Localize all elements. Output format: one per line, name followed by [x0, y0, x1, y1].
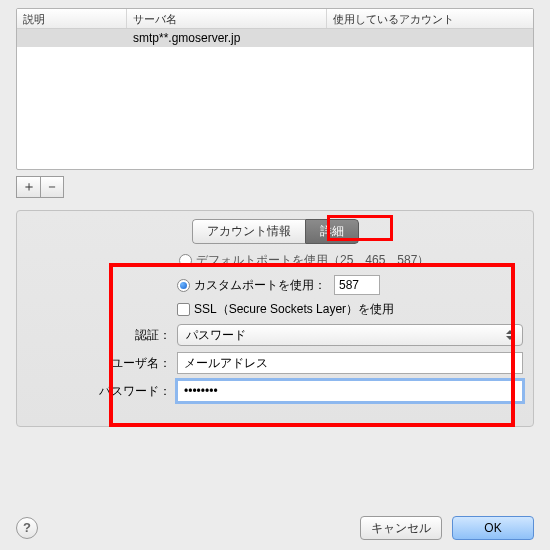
add-button[interactable]: ＋ [16, 176, 40, 198]
help-button[interactable]: ? [16, 517, 38, 539]
tab-group: アカウント情報 詳細 [27, 219, 523, 244]
radio-custom-port[interactable] [177, 279, 190, 292]
label-default-port: デフォルトポートを使用（25、465、587） [196, 252, 429, 269]
cell-server: smtp**.gmoserver.jp [127, 29, 327, 47]
table-row[interactable]: smtp**.gmoserver.jp [17, 29, 533, 47]
label-auth: 認証： [27, 327, 177, 344]
footer: ? キャンセル OK [16, 516, 534, 540]
label-ssl: SSL（Secure Sockets Layer）を使用 [194, 301, 394, 318]
cell-description [17, 29, 127, 47]
settings-panel: アカウント情報 詳細 デフォルトポートを使用（25、465、587） カスタムポ… [16, 210, 534, 427]
tab-advanced[interactable]: 詳細 [305, 219, 359, 244]
cancel-button[interactable]: キャンセル [360, 516, 442, 540]
table-header: 説明 サーバ名 使用しているアカウント [17, 9, 533, 29]
tab-account-info[interactable]: アカウント情報 [192, 219, 305, 244]
password-input[interactable] [177, 380, 523, 402]
label-password: パスワード： [27, 383, 177, 400]
radio-default-port[interactable] [179, 254, 192, 267]
auth-select-value: パスワード [186, 328, 246, 342]
username-input[interactable] [177, 352, 523, 374]
col-account[interactable]: 使用しているアカウント [327, 9, 533, 28]
label-custom-port: カスタムポートを使用： [194, 277, 326, 294]
ok-button[interactable]: OK [452, 516, 534, 540]
col-server[interactable]: サーバ名 [127, 9, 327, 28]
cell-account [327, 29, 533, 47]
custom-port-input[interactable] [334, 275, 380, 295]
add-remove-group: ＋ － [16, 176, 534, 198]
checkbox-ssl[interactable] [177, 303, 190, 316]
col-description[interactable]: 説明 [17, 9, 127, 28]
auth-select[interactable]: パスワード [177, 324, 523, 346]
server-table: 説明 サーバ名 使用しているアカウント smtp**.gmoserver.jp [16, 8, 534, 170]
label-username: ユーザ名： [27, 355, 177, 372]
remove-button[interactable]: － [40, 176, 64, 198]
